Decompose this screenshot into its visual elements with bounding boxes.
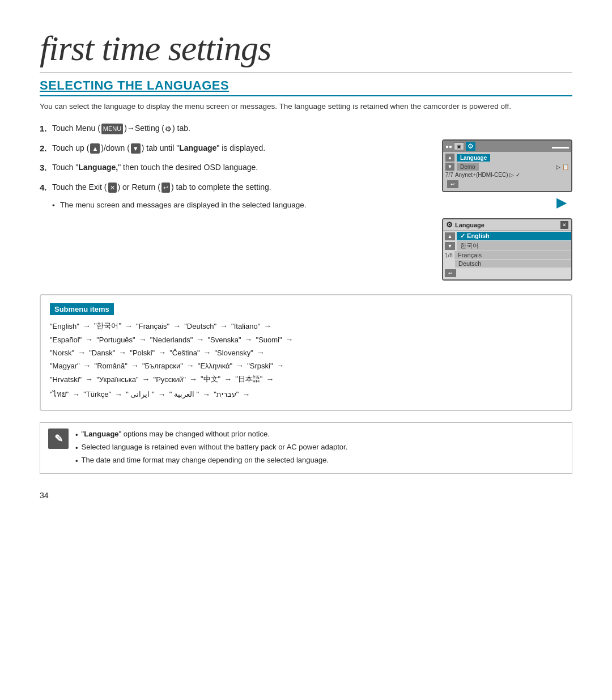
screen-row-2: ▼ Demo ▷ 📋 [445, 163, 569, 171]
lang-polski-entry: "Polski" [130, 349, 155, 357]
note-bullet-1: • [75, 430, 78, 442]
screen-icon-circle: ●● [445, 143, 452, 150]
submenu-row-3: "Norsk" → "Dansk" → "Polski" → "Čeština"… [50, 348, 562, 357]
lang-screen: ⚙ Language ✕ ▲ ✓ English ▼ 한국어 1/8 [442, 218, 572, 281]
step-3: 3. Touch "Language," then touch the desi… [40, 162, 425, 175]
note-bullet-3: • [75, 456, 78, 468]
lang-chinese-entry: "中文" [201, 374, 220, 384]
intro-text: You can select the language to display t… [40, 101, 572, 112]
screen-anynet-text: Anynet+(HDMI-CEC) ▷ ✓ [455, 172, 569, 178]
step-1-number: 1. [40, 122, 52, 135]
arrow-10: → [286, 335, 294, 344]
lang-japanese-entry: "日本語" [235, 374, 262, 384]
note-text-2: Selected language is retained even witho… [82, 442, 348, 453]
screen-demo-right: ▷ 📋 [556, 164, 569, 170]
submenu-row-2: "Español" → "Português" → "Nederlands" →… [50, 335, 562, 344]
screen-down-btn: ▼ [445, 163, 454, 171]
arrow-14: → [203, 348, 211, 357]
arrow-4: → [220, 321, 228, 330]
lang-magyar-entry: "Magyar" [50, 362, 80, 370]
content-area: 1. Touch Menu (MENU)→Setting (⚙) tab. 2.… [40, 122, 572, 281]
arrow-1: → [83, 321, 91, 330]
screen-back-row: ↩ [445, 179, 569, 189]
lang-russian-entry: "Русский" [154, 375, 186, 384]
submenu-header: Submenu items [50, 303, 114, 315]
screen-battery-icon: ▬▬▬ [552, 143, 569, 150]
lang-nederlands-entry: "Nederlands" [150, 336, 193, 344]
arrow-25: → [266, 375, 274, 384]
step-4: 4. Touch the Exit (✕) or Return (↩) tab … [40, 181, 425, 194]
arrow-11: → [78, 348, 86, 357]
arrow-18: → [186, 361, 194, 370]
lang-down-btn: ▼ [445, 242, 455, 250]
submenu-section: Submenu items "English" → "한국어" → "Franç… [40, 294, 572, 411]
arrow-30: → [242, 390, 250, 399]
arrow-3: → [173, 321, 181, 330]
menu-icon: MENU [101, 124, 123, 134]
note-3: • The date and time format may change de… [75, 455, 347, 468]
screen-up-btn: ▲ [445, 154, 454, 162]
note-icon: ✎ [48, 429, 69, 449]
step-1: 1. Touch Menu (MENU)→Setting (⚙) tab. [40, 122, 425, 135]
arrow-26: → [72, 390, 80, 399]
lang-ellinika-entry: "Ελληνικά" [198, 362, 232, 370]
arrow-8: → [196, 335, 204, 344]
arrow-23: → [189, 375, 197, 384]
arrow-16: → [83, 361, 91, 370]
up-icon: ▲ [90, 143, 100, 154]
lang-bulgarski-entry: "Български" [142, 362, 183, 370]
screen-gear-icon: ⚙ [466, 142, 475, 151]
step-4-text: Touch the Exit (✕) or Return (↩) tab to … [52, 181, 425, 193]
arrow-19: → [236, 361, 244, 370]
lang-row-deutsch: Deutsch [443, 260, 571, 268]
exit-icon: ✕ [108, 183, 117, 193]
lang-french: Français [454, 251, 571, 259]
lang-italiano-entry: "Italiano" [231, 322, 260, 330]
arrow-21: → [85, 375, 93, 384]
setting-icon: ⚙ [165, 124, 172, 135]
arrow-5: → [264, 321, 271, 330]
arrow-15: → [257, 348, 265, 357]
lang-arabic-entry: " العربية " [169, 390, 199, 398]
lang-romana-entry: "Română" [95, 362, 128, 370]
screen-row-3: 7/7 Anynet+(HDMI-CEC) ▷ ✓ [445, 172, 569, 178]
note-text-1: "Language" options may be changed withou… [82, 429, 270, 440]
arrow-9: → [245, 335, 253, 344]
lang-back-row: ↩ [443, 268, 571, 278]
lang-espanol-entry: "Español" [50, 336, 82, 344]
lang-portugues-entry: "Português" [96, 336, 135, 344]
lang-gear-icon: ⚙ [446, 220, 453, 229]
page-number-area: 34 [40, 491, 572, 500]
bullet-dot: • [52, 201, 60, 210]
submenu-row-1: "English" → "한국어" → "Français" → "Deutsc… [50, 321, 562, 331]
steps-area: 1. Touch Menu (MENU)→Setting (⚙) tab. 2.… [40, 122, 425, 212]
arrow-20: → [277, 361, 284, 370]
screen-icon-box: ▣ [454, 142, 464, 150]
notes-section: ✎ • "Language" options may be changed wi… [40, 422, 572, 473]
lang-french-entry: "Français" [136, 322, 169, 330]
lang-farsi-entry: " ايرانى " [126, 390, 154, 398]
lang-srpski-entry: "Srpski" [247, 362, 273, 370]
screen-body-1: ▲ Language ▼ Demo ▷ 📋 7/7 Anynet+(HDMI-C… [443, 152, 571, 191]
lang-english: ✓ English [457, 232, 571, 240]
submenu-row-6: "ไทย" → "Türkçe" → " ايرانى " → " العربي… [50, 388, 562, 400]
step-2-text: Touch up (▲)/down (▼) tab until "Languag… [52, 142, 425, 154]
screen-back-btn: ↩ [447, 180, 458, 188]
section-title: SELECTING THE LANGUAGES [40, 78, 572, 96]
bullet-text: The menu screen and messages are display… [60, 201, 307, 209]
step-2-number: 2. [40, 142, 52, 155]
lang-svenska-entry: "Svenska" [207, 336, 241, 344]
lang-turkish-entry: "Türkçe" [83, 390, 111, 398]
lang-counter: 1/8 [445, 252, 453, 258]
submenu-row-4: "Magyar" → "Română" → "Български" → "Ελλ… [50, 361, 562, 370]
lang-dansk-entry: "Dansk" [89, 349, 115, 357]
screen-row-1: ▲ Language [445, 154, 569, 162]
screen-mockup-1: ●● ▣ ⚙ ▬▬▬ ▲ Language ▼ Demo ▷ 📋 [442, 139, 572, 192]
submenu-row-5: "Hrvatski" → "Українська" → "Русский" → … [50, 374, 562, 384]
lang-title-text: Language [455, 222, 484, 228]
lang-korean-entry: "한국어" [94, 321, 121, 331]
screen-demo-label: Demo [457, 163, 479, 171]
lang-cestina-entry: "Čeština" [169, 349, 199, 357]
screen-language-label: Language [457, 154, 490, 162]
down-icon: ▼ [131, 143, 141, 154]
